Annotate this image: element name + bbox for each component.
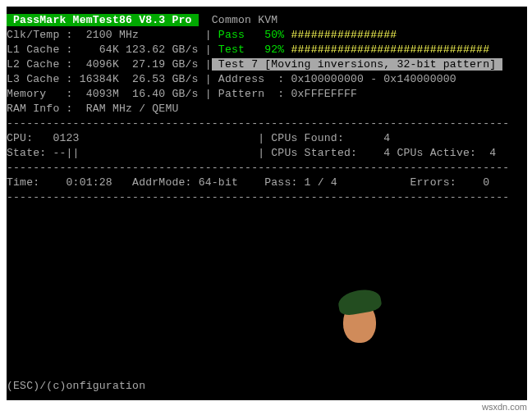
test-bar: ##############################	[291, 43, 489, 56]
separator-3: ----------------------------------------…	[7, 190, 527, 205]
clk-temp-line: Clk/Temp : 2100 MHz |	[7, 29, 218, 41]
pass-label: Pass	[218, 29, 264, 41]
pass-bar: ################	[291, 29, 397, 41]
test-label: Test	[218, 43, 264, 56]
memtest-screen: { "header": { "title": " PassMark MemTes…	[7, 7, 527, 400]
watermark: wsxdn.com	[482, 402, 527, 412]
separator-2: ----------------------------------------…	[7, 161, 527, 176]
l2-cache-line: L2 Cache : 4096K 27.19 GB/s |	[7, 58, 212, 71]
mascot-icon	[335, 294, 392, 351]
memory-line: Memory : 4093M 16.40 GB/s | Pattern : 0x…	[7, 87, 527, 102]
pass-pct: 50%	[264, 29, 291, 41]
machine-name: Common KVM	[199, 14, 278, 26]
l1-cache-line: L1 Cache : 64K 123.62 GB/s |	[7, 43, 218, 56]
test-pct: 92%	[264, 43, 291, 56]
current-test-highlight: Test 7 [Moving inversions, 32-bit patter…	[212, 58, 503, 71]
cpu-line: CPU: 0123 | CPUs Found: 4	[7, 131, 527, 146]
ram-info-line: RAM Info : RAM MHz / QEMU	[7, 102, 527, 116]
separator-1: ----------------------------------------…	[7, 116, 527, 131]
l3-cache-line: L3 Cache : 16384K 26.53 GB/s | Address :…	[7, 72, 527, 87]
time-line: Time: 0:01:28 AddrMode: 64-bit Pass: 1 /…	[7, 176, 527, 190]
app-title: PassMark MemTest86 V8.3 Pro	[7, 14, 199, 26]
state-line: State: --|| | CPUs Started: 4 CPUs Activ…	[7, 146, 527, 161]
footer-hint[interactable]: (ESC)/(c)onfiguration	[7, 379, 145, 394]
